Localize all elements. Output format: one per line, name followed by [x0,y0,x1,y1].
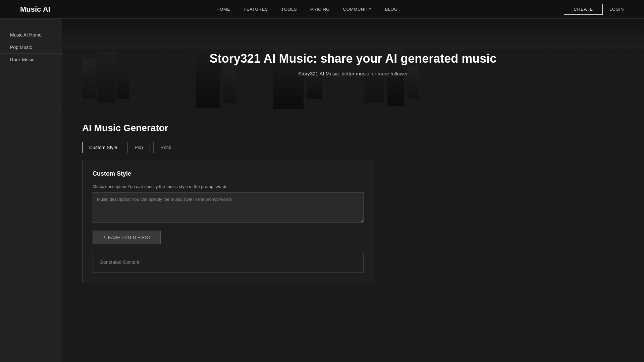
sidebar: Music AI Home Pop Music Rock Music [0,19,62,362]
login-button[interactable]: LOGIN [609,7,624,12]
layout: Music AI Home Pop Music Rock Music Story… [0,19,644,362]
style-tabs: Custom Style Pop Rock [82,142,624,153]
sidebar-item-music-ai-home[interactable]: Music AI Home [0,29,62,41]
header: Music AI HOME FEATURES TOOLS PRICING COM… [0,0,644,19]
nav-home[interactable]: HOME [216,7,230,12]
login-first-button[interactable]: PLEASE LOGIN FIRST [93,231,161,244]
hero-subtitle: Story321 AI Music: better music for more… [210,71,497,76]
description-label: Music description:You can specify the mu… [93,184,364,189]
nav-features[interactable]: FEATURES [244,7,268,12]
hero-content: Story321 AI Music: share your AI generat… [210,52,497,76]
generated-content-box: Genetated Content [93,253,364,273]
hero-banner: Story321 AI Music: share your AI generat… [62,19,644,109]
nav-community[interactable]: COMMUNITY [343,7,372,12]
music-description-input[interactable] [93,192,364,223]
create-button[interactable]: CREATE [564,4,603,15]
generated-content-label: Genetated Content [100,259,139,265]
generator-section: AI Music Generator Custom Style Pop Rock… [62,109,644,297]
tab-rock[interactable]: Rock [153,142,178,153]
custom-style-box: Custom Style Music description:You can s… [82,160,374,283]
custom-style-heading: Custom Style [93,170,364,177]
sidebar-item-rock-music[interactable]: Rock Music [0,54,62,66]
nav-blog[interactable]: BLOG [385,7,397,12]
nav-tools[interactable]: TOOLS [281,7,297,12]
main-content: Story321 AI Music: share your AI generat… [62,19,644,362]
header-right: CREATE LOGIN [564,4,624,15]
section-title: AI Music Generator [82,123,624,133]
sidebar-item-pop-music[interactable]: Pop Music [0,41,62,54]
main-nav: HOME FEATURES TOOLS PRICING COMMUNITY BL… [216,7,397,12]
hero-title: Story321 AI Music: share your AI generat… [210,52,497,66]
nav-pricing[interactable]: PRICING [310,7,330,12]
tab-custom-style[interactable]: Custom Style [82,142,124,153]
logo: Music AI [20,5,50,14]
tab-pop[interactable]: Pop [127,142,150,153]
